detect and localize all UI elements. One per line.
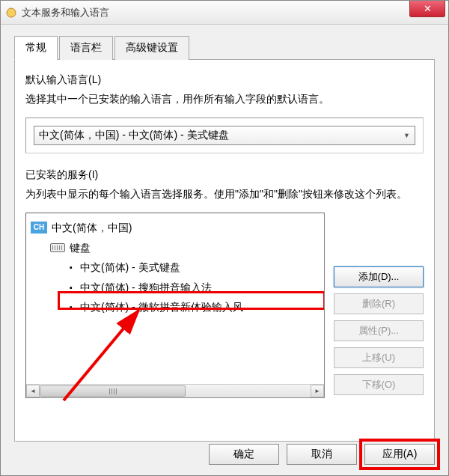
- scroll-track[interactable]: [40, 385, 311, 397]
- services-tree[interactable]: CH 中文(简体，中国) 键盘 中文(简体) - 美式键盘 中文(简体) - 搜…: [25, 213, 325, 398]
- default-lang-desc: 选择其中一个已安装的输入语言，用作所有输入字段的默认语言。: [25, 91, 424, 107]
- scroll-thumb[interactable]: [40, 385, 186, 397]
- tab-general[interactable]: 常规: [14, 36, 58, 60]
- tree-ime-item[interactable]: 中文(简体) - 微软拼音新体验输入风: [31, 297, 320, 317]
- tabstrip: 常规 语言栏 高级键设置: [14, 35, 435, 60]
- app-icon: [5, 7, 17, 19]
- lang-badge: CH: [31, 222, 47, 234]
- scroll-left-button[interactable]: ◄: [26, 385, 40, 397]
- tree-item-label: 中文(简体) - 美式键盘: [80, 257, 180, 278]
- dialog-buttons: 确定 取消 应用(A): [209, 444, 435, 465]
- dialog-window: 文本服务和输入语言 ✕ 常规 语言栏 高级键设置 默认输入语言(L) 选择其中一…: [0, 0, 449, 476]
- tree-keyboard-label: 键盘: [70, 238, 91, 258]
- services-area: CH 中文(简体，中国) 键盘 中文(简体) - 美式键盘 中文(简体) - 搜…: [25, 213, 424, 398]
- default-lang-dropdown[interactable]: 中文(简体，中国) - 中文(简体) - 美式键盘 ▼: [34, 126, 415, 145]
- tree-language[interactable]: CH 中文(简体，中国): [31, 218, 320, 238]
- tree-ime-item[interactable]: 中文(简体) - 美式键盘: [31, 257, 320, 278]
- close-icon: ✕: [424, 3, 432, 14]
- tree-content: CH 中文(简体，中国) 键盘 中文(简体) - 美式键盘 中文(简体) - 搜…: [26, 213, 324, 322]
- installed-services-desc: 为列表中显示的每个输入语言选择服务。使用"添加"和"删除"按钮来修改这个列表。: [25, 186, 424, 202]
- remove-button[interactable]: 删除(R): [334, 293, 424, 314]
- tree-keyboard-node[interactable]: 键盘: [31, 238, 320, 258]
- tree-item-label: 中文(简体) - 搜狗拼音输入法: [80, 278, 212, 298]
- tree-language-label: 中文(简体，中国): [52, 218, 132, 238]
- properties-button[interactable]: 属性(P)...: [334, 320, 424, 341]
- cancel-button[interactable]: 取消: [287, 444, 357, 465]
- default-lang-box: 中文(简体，中国) - 中文(简体) - 美式键盘 ▼: [25, 118, 424, 153]
- chevron-down-icon: ▼: [403, 132, 410, 139]
- add-button[interactable]: 添加(D)...: [334, 266, 424, 287]
- window-title: 文本服务和输入语言: [22, 6, 444, 19]
- keyboard-icon: [50, 243, 65, 252]
- default-lang-label: 默认输入语言(L): [25, 73, 424, 87]
- tab-panel-general: 默认输入语言(L) 选择其中一个已安装的输入语言，用作所有输入字段的默认语言。 …: [14, 60, 435, 442]
- scroll-right-button[interactable]: ►: [311, 385, 324, 397]
- move-down-button[interactable]: 下移(O): [334, 374, 424, 395]
- tree-item-label: 中文(简体) - 微软拼音新体验输入风: [80, 297, 243, 317]
- tree-ime-item[interactable]: 中文(简体) - 搜狗拼音输入法: [31, 278, 320, 298]
- tab-advanced-keys[interactable]: 高级键设置: [114, 36, 189, 60]
- installed-services-label: 已安装的服务(I): [25, 168, 424, 182]
- tab-language-bar[interactable]: 语言栏: [59, 36, 113, 60]
- titlebar: 文本服务和输入语言 ✕: [1, 1, 448, 25]
- horizontal-scrollbar[interactable]: ◄ ►: [26, 384, 324, 397]
- side-buttons: 添加(D)... 删除(R) 属性(P)... 上移(U) 下移(O): [334, 213, 424, 398]
- content-area: 常规 语言栏 高级键设置 默认输入语言(L) 选择其中一个已安装的输入语言，用作…: [1, 25, 448, 475]
- ok-button[interactable]: 确定: [209, 444, 279, 465]
- apply-button[interactable]: 应用(A): [364, 444, 435, 465]
- move-up-button[interactable]: 上移(U): [334, 347, 424, 368]
- svg-point-0: [7, 8, 16, 17]
- close-button[interactable]: ✕: [409, 1, 445, 17]
- dropdown-selected-text: 中文(简体，中国) - 中文(简体) - 美式键盘: [39, 129, 403, 142]
